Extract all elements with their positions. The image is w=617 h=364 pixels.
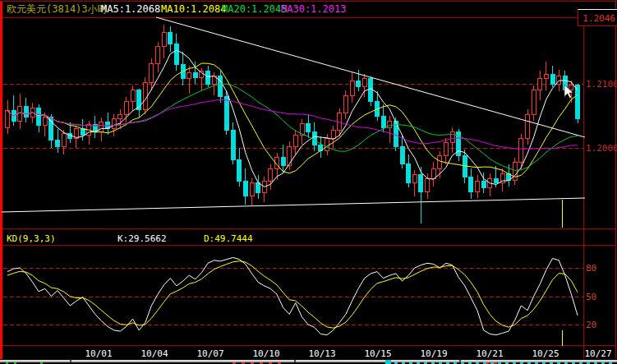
candle-down — [243, 182, 247, 196]
window-separator — [70, 360, 71, 362]
kd-d-value: D:49.7444 — [204, 233, 253, 244]
candle-up — [532, 90, 536, 115]
date-label-7: 10/21 — [476, 348, 503, 359]
candle-down — [407, 164, 411, 183]
date-label-3: 10/10 — [252, 348, 279, 359]
date-label-9: 10/27 — [584, 348, 611, 359]
window-caption-strip[interactable] — [0, 360, 617, 362]
candle-up — [569, 85, 573, 90]
ma20-label: MA20:1.2045 — [222, 3, 287, 16]
candle-up — [62, 134, 66, 147]
candle-down — [469, 177, 473, 191]
candle-down — [381, 116, 385, 127]
candle-up — [325, 138, 329, 151]
candle-up — [350, 81, 354, 95]
candle-down — [306, 123, 311, 131]
candle-up — [269, 168, 273, 182]
candle-up — [124, 102, 128, 115]
candle-up — [293, 135, 297, 146]
candle-up — [338, 113, 342, 130]
date-label-8: 10/25 — [532, 348, 559, 359]
candle-up — [444, 143, 448, 156]
candle-up — [131, 90, 135, 102]
candle-down — [400, 146, 404, 164]
candle-up — [544, 74, 548, 79]
candle-down — [37, 108, 41, 126]
ma5-label: MA5:1.2068 — [101, 3, 160, 16]
candle-up — [362, 79, 366, 87]
symbol-title: 欧元美元(3814)3小时 — [7, 3, 108, 16]
date-label-2: 10/07 — [196, 348, 223, 359]
candle-down — [281, 158, 285, 166]
candle-up — [43, 117, 47, 126]
candle-up — [412, 175, 417, 183]
candle-down — [224, 97, 228, 131]
candle-up — [143, 82, 147, 109]
kd-tick-80: 80 — [586, 263, 596, 274]
candle-up — [331, 130, 335, 138]
kd-title: KD(9,3,3) — [7, 233, 56, 244]
date-label-0: 10/01 — [85, 348, 112, 359]
kd-k-value: K:29.5662 — [117, 233, 167, 244]
candle-up — [162, 33, 166, 47]
ma30-line — [7, 100, 578, 150]
candle-up — [112, 119, 116, 129]
support-trendline — [2, 198, 585, 212]
candle-up — [526, 114, 530, 138]
candlestick-layer — [6, 25, 580, 223]
date-label-5: 10/15 — [364, 348, 391, 359]
candle-up — [250, 183, 254, 196]
candle-down — [256, 183, 260, 193]
candle-down — [481, 182, 486, 188]
last-price-box: 1.2046 — [578, 9, 617, 26]
price-tick-12000: 1.2000 — [586, 143, 617, 154]
ma-layer — [7, 50, 578, 187]
candle-down — [174, 44, 178, 65]
candle-up — [156, 47, 160, 63]
candle-down — [206, 71, 210, 84]
kd-tick-20: 20 — [586, 320, 596, 330]
candle-up — [288, 146, 292, 165]
candle-up — [431, 168, 435, 178]
ma5-line — [7, 50, 578, 187]
candle-down — [219, 76, 223, 97]
candle-up — [6, 111, 10, 127]
candle-down — [237, 159, 242, 182]
chart-window: 欧元美元(3814)3小时 MA5:1.2068 MA10:1.2084 MA2… — [0, 0, 617, 364]
window-separator — [294, 360, 296, 362]
candle-up — [118, 114, 122, 119]
d-line — [7, 261, 578, 329]
candle-up — [519, 138, 523, 162]
candle-down — [231, 130, 235, 159]
date-label-1: 10/04 — [140, 348, 168, 359]
date-label-6: 10/19 — [420, 348, 447, 359]
chart-canvas[interactable] — [0, 0, 617, 364]
ma30-label: MA30:1.2013 — [281, 3, 346, 16]
candle-up — [450, 132, 454, 143]
bottom-window-strip[interactable] — [0, 359, 617, 364]
candle-down — [168, 33, 173, 44]
cyan-candle-top — [385, 360, 391, 364]
price-tick-12100: 1.2100 — [586, 79, 617, 90]
candle-down — [24, 106, 28, 117]
candle-down — [193, 72, 197, 77]
candle-up — [476, 182, 480, 191]
candle-up — [99, 122, 104, 132]
candle-down — [312, 132, 316, 145]
candle-down — [369, 79, 373, 102]
candle-up — [438, 155, 442, 168]
ma10-label: MA10:1.2084 — [161, 3, 226, 16]
candle-down — [419, 175, 423, 191]
candle-down — [357, 81, 361, 87]
date-label-4: 10/13 — [308, 348, 335, 359]
kd-tick-50: 50 — [586, 292, 596, 302]
candle-up — [426, 178, 430, 191]
candle-down — [494, 178, 498, 183]
candle-up — [150, 63, 154, 82]
candle-up — [187, 72, 191, 79]
candle-down — [56, 141, 60, 147]
frame-layer — [0, 1, 617, 360]
candle-down — [550, 74, 555, 84]
candle-up — [343, 95, 348, 113]
candle-up — [538, 79, 542, 90]
